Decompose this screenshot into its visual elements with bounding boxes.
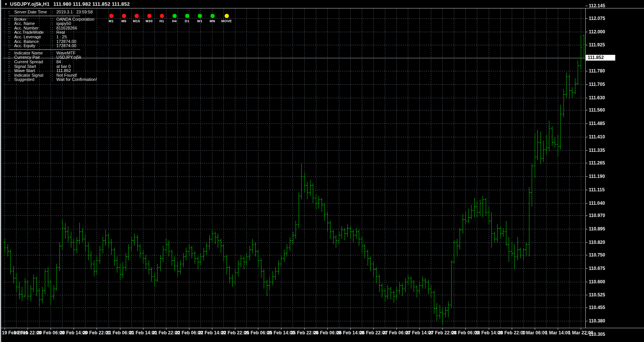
info-row: ::Current Spread:84 — [8, 60, 97, 64]
timeframe-dot-icon[interactable] — [172, 14, 177, 18]
info-bullet: :: — [8, 69, 14, 73]
price-axis-label: 110.600 — [589, 279, 605, 284]
panel-divider — [9, 49, 80, 50]
info-value: 111.852 — [56, 69, 71, 73]
info-label: Current Spread — [14, 60, 52, 64]
price-axis-label: 111.335 — [589, 148, 605, 153]
info-value: Wait for Confirmation! — [56, 77, 97, 82]
info-value: 84 — [56, 60, 61, 64]
info-bullet: : — [52, 35, 56, 39]
indicator-info-panel: ::Server Date Time:2019.3.1 23:59:58::Br… — [8, 10, 97, 82]
timeframe-button-move[interactable]: MOVE — [219, 14, 234, 23]
window-menu-icon[interactable]: ▼ — [4, 2, 8, 6]
price-axis-label: 111.560 — [589, 107, 605, 113]
price-chart-canvas[interactable] — [1, 0, 644, 342]
info-bullet: : — [52, 10, 56, 15]
info-label: Suggested — [14, 77, 52, 82]
price-axis-label: 111.115 — [589, 187, 605, 192]
info-bullet: :: — [8, 10, 14, 15]
chart-window: ▼USDJPY.oj5k,H1111.980 111.982 111.852 1… — [0, 0, 644, 342]
info-row: ::Suggested:Wait for Confirmation! — [8, 77, 97, 82]
info-row: ::Server Date Time:2019.3.1 23:59:58 — [8, 10, 97, 15]
info-value: 1 : 25 — [56, 35, 67, 39]
info-bullet: :: — [8, 60, 14, 64]
title-symbol: USDJPY.oj5k,H1 — [10, 1, 49, 7]
timeframe-label: MOVE — [219, 19, 234, 23]
price-axis-label: 111.040 — [589, 201, 605, 206]
price-axis-label: 110.820 — [589, 240, 605, 245]
price-axis-label: 110.675 — [589, 266, 605, 271]
timeframe-label: MN — [205, 19, 220, 23]
price-axis-label: 110.895 — [589, 226, 605, 232]
timeframe-dot-icon[interactable] — [135, 14, 139, 18]
price-axis-label: 112.075 — [589, 16, 605, 21]
info-row: ::Wave Start:111.852 — [8, 69, 97, 73]
timeframe-dot-icon[interactable] — [147, 14, 151, 18]
timeframe-dot-icon[interactable] — [109, 14, 113, 18]
timeframe-dot-icon[interactable] — [160, 14, 164, 18]
current-price-box: 111.852 — [586, 55, 615, 61]
timeframe-dot-icon[interactable] — [210, 14, 215, 18]
price-axis-label: 111.780 — [589, 68, 605, 74]
price-axis-label: 112.000 — [589, 29, 605, 35]
price-axis-label: 110.970 — [589, 213, 605, 218]
time-axis[interactable]: 19 Feb 201919 Feb 22:0020 Feb 06:0020 Fe… — [1, 328, 644, 342]
price-axis-label: 112.145 — [589, 3, 605, 8]
timeframe-dot-icon[interactable] — [122, 14, 126, 18]
info-label: Acc. Leverage — [14, 35, 52, 39]
info-bullet: :: — [8, 35, 14, 39]
info-value: 172874.00 — [56, 44, 76, 48]
price-axis-label: 110.525 — [589, 292, 605, 298]
title-quote: 111.980 111.982 111.852 111.852 — [53, 1, 130, 7]
price-axis-label: 111.925 — [589, 42, 605, 48]
info-row: ::Acc. Equity:172874.00 — [8, 44, 97, 48]
info-row: ::Acc. Leverage:1 : 25 — [8, 35, 97, 39]
info-bullet: : — [52, 69, 56, 73]
price-axis-label: 110.380 — [589, 318, 605, 324]
price-axis-label: 111.190 — [589, 174, 605, 179]
timeframe-dot-icon[interactable] — [185, 14, 189, 18]
timeframe-button-mn[interactable]: MN — [205, 14, 220, 23]
panel-divider — [9, 16, 80, 16]
price-axis-label: 110.455 — [589, 305, 605, 310]
price-axis-label: 111.485 — [589, 121, 605, 126]
timeframe-dot-icon[interactable] — [198, 14, 202, 18]
timeframe-dot-icon[interactable] — [225, 14, 229, 18]
info-bullet: :: — [8, 77, 14, 82]
info-label: Acc. Equity — [14, 44, 52, 48]
info-value: 2019.3.1 23:59:58 — [56, 10, 93, 15]
price-axis-label: 111.410 — [589, 134, 605, 140]
price-axis-label: 110.750 — [589, 252, 605, 258]
price-axis-label: 111.265 — [589, 160, 605, 166]
chart-title: ▼USDJPY.oj5k,H1111.980 111.982 111.852 1… — [4, 1, 130, 7]
price-axis[interactable]: 111.852 112.145112.075112.000111.925111.… — [585, 4, 644, 342]
info-bullet: : — [52, 60, 56, 64]
info-label: Wave Start — [14, 69, 52, 73]
info-bullet: :: — [8, 44, 14, 48]
info-bullet: : — [52, 44, 56, 48]
price-axis-label: 111.705 — [589, 82, 605, 87]
info-bullet: : — [52, 77, 56, 82]
info-label: Server Date Time — [14, 10, 52, 15]
time-axis-label: 1 Mar 22:00 — [562, 330, 599, 335]
price-axis-label: 111.630 — [589, 95, 605, 100]
